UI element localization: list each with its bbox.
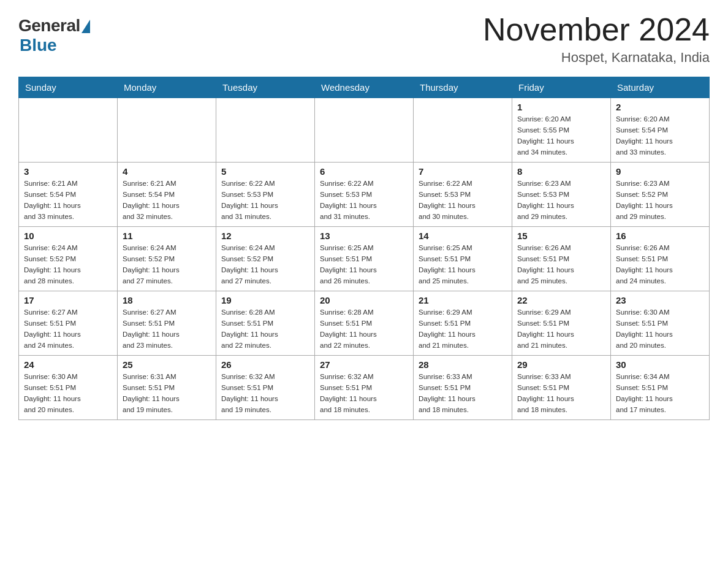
week-row-5: 24Sunrise: 6:30 AMSunset: 5:51 PMDayligh… [19,356,710,420]
week-row-1: 1Sunrise: 6:20 AMSunset: 5:55 PMDaylight… [19,98,710,163]
calendar-cell: 18Sunrise: 6:27 AMSunset: 5:51 PMDayligh… [118,291,216,356]
day-info: Sunrise: 6:26 AMSunset: 5:51 PMDaylight:… [517,243,605,286]
calendar-cell: 9Sunrise: 6:23 AMSunset: 5:52 PMDaylight… [611,163,710,227]
day-info: Sunrise: 6:24 AMSunset: 5:52 PMDaylight:… [123,243,211,286]
calendar-cell: 2Sunrise: 6:20 AMSunset: 5:54 PMDaylight… [611,98,710,163]
day-number: 27 [320,359,408,370]
day-info: Sunrise: 6:22 AMSunset: 5:53 PMDaylight:… [320,178,408,222]
calendar-cell: 19Sunrise: 6:28 AMSunset: 5:51 PMDayligh… [216,291,315,356]
day-number: 24 [24,359,112,370]
weekday-header-sunday: Sunday [19,77,118,98]
day-info: Sunrise: 6:27 AMSunset: 5:51 PMDaylight:… [123,307,211,351]
day-number: 14 [419,231,507,241]
day-number: 22 [517,295,605,305]
day-number: 20 [320,295,408,305]
calendar-cell: 29Sunrise: 6:33 AMSunset: 5:51 PMDayligh… [512,356,611,420]
day-info: Sunrise: 6:23 AMSunset: 5:53 PMDaylight:… [517,178,605,222]
day-info: Sunrise: 6:34 AMSunset: 5:51 PMDaylight:… [616,372,704,415]
day-number: 2 [616,102,704,112]
weekday-header-saturday: Saturday [611,77,710,98]
day-number: 19 [221,295,309,305]
day-info: Sunrise: 6:22 AMSunset: 5:53 PMDaylight:… [221,178,309,222]
week-row-2: 3Sunrise: 6:21 AMSunset: 5:54 PMDaylight… [19,163,710,227]
calendar-cell: 28Sunrise: 6:33 AMSunset: 5:51 PMDayligh… [414,356,512,420]
calendar-cell: 26Sunrise: 6:32 AMSunset: 5:51 PMDayligh… [216,356,315,420]
calendar-cell: 20Sunrise: 6:28 AMSunset: 5:51 PMDayligh… [315,291,414,356]
calendar-cell [315,98,414,163]
day-info: Sunrise: 6:23 AMSunset: 5:52 PMDaylight:… [616,178,704,222]
day-number: 3 [24,166,112,177]
day-info: Sunrise: 6:24 AMSunset: 5:52 PMDaylight:… [221,243,309,286]
day-number: 1 [517,102,605,112]
calendar-cell: 10Sunrise: 6:24 AMSunset: 5:52 PMDayligh… [19,227,118,291]
calendar-cell: 25Sunrise: 6:31 AMSunset: 5:51 PMDayligh… [118,356,216,420]
day-number: 30 [616,359,704,370]
day-info: Sunrise: 6:28 AMSunset: 5:51 PMDaylight:… [221,307,309,351]
logo-blue-text: Blue [20,36,57,55]
calendar-cell: 8Sunrise: 6:23 AMSunset: 5:53 PMDaylight… [512,163,611,227]
day-number: 26 [221,359,309,370]
day-number: 17 [24,295,112,305]
week-row-3: 10Sunrise: 6:24 AMSunset: 5:52 PMDayligh… [19,227,710,291]
day-info: Sunrise: 6:27 AMSunset: 5:51 PMDaylight:… [24,307,112,351]
calendar-cell: 4Sunrise: 6:21 AMSunset: 5:54 PMDaylight… [118,163,216,227]
calendar-cell [216,98,315,163]
day-info: Sunrise: 6:31 AMSunset: 5:51 PMDaylight:… [123,372,211,415]
day-info: Sunrise: 6:20 AMSunset: 5:54 PMDaylight:… [616,114,704,158]
day-info: Sunrise: 6:30 AMSunset: 5:51 PMDaylight:… [24,372,112,415]
day-info: Sunrise: 6:32 AMSunset: 5:51 PMDaylight:… [221,372,309,415]
calendar-cell [414,98,512,163]
day-info: Sunrise: 6:21 AMSunset: 5:54 PMDaylight:… [24,178,112,222]
day-number: 18 [123,295,211,305]
day-number: 12 [221,231,309,241]
day-info: Sunrise: 6:25 AMSunset: 5:51 PMDaylight:… [419,243,507,286]
day-info: Sunrise: 6:29 AMSunset: 5:51 PMDaylight:… [419,307,507,351]
day-number: 13 [320,231,408,241]
calendar-cell: 30Sunrise: 6:34 AMSunset: 5:51 PMDayligh… [611,356,710,420]
day-number: 29 [517,359,605,370]
weekday-header-tuesday: Tuesday [216,77,315,98]
weekday-header-wednesday: Wednesday [315,77,414,98]
calendar-cell: 1Sunrise: 6:20 AMSunset: 5:55 PMDaylight… [512,98,611,163]
calendar-cell: 21Sunrise: 6:29 AMSunset: 5:51 PMDayligh… [414,291,512,356]
calendar-cell: 27Sunrise: 6:32 AMSunset: 5:51 PMDayligh… [315,356,414,420]
day-number: 10 [24,231,112,241]
day-info: Sunrise: 6:33 AMSunset: 5:51 PMDaylight:… [517,372,605,415]
calendar-cell [118,98,216,163]
logo-general-text: General [18,16,80,36]
calendar-cell: 14Sunrise: 6:25 AMSunset: 5:51 PMDayligh… [414,227,512,291]
day-number: 15 [517,231,605,241]
calendar-cell: 22Sunrise: 6:29 AMSunset: 5:51 PMDayligh… [512,291,611,356]
calendar-cell: 23Sunrise: 6:30 AMSunset: 5:51 PMDayligh… [611,291,710,356]
day-number: 5 [221,166,309,177]
day-number: 8 [517,166,605,177]
day-info: Sunrise: 6:29 AMSunset: 5:51 PMDaylight:… [517,307,605,351]
weekday-header-monday: Monday [118,77,216,98]
day-info: Sunrise: 6:20 AMSunset: 5:55 PMDaylight:… [517,114,605,158]
calendar-table: SundayMondayTuesdayWednesdayThursdayFrid… [18,77,710,420]
month-title: November 2024 [483,12,710,47]
calendar-cell: 12Sunrise: 6:24 AMSunset: 5:52 PMDayligh… [216,227,315,291]
day-number: 7 [419,166,507,177]
day-number: 28 [419,359,507,370]
calendar-cell: 6Sunrise: 6:22 AMSunset: 5:53 PMDaylight… [315,163,414,227]
weekday-header-friday: Friday [512,77,611,98]
week-row-4: 17Sunrise: 6:27 AMSunset: 5:51 PMDayligh… [19,291,710,356]
calendar-cell: 11Sunrise: 6:24 AMSunset: 5:52 PMDayligh… [118,227,216,291]
day-number: 9 [616,166,704,177]
day-number: 11 [123,231,211,241]
calendar-header-row: SundayMondayTuesdayWednesdayThursdayFrid… [19,77,710,98]
day-number: 16 [616,231,704,241]
calendar-cell: 24Sunrise: 6:30 AMSunset: 5:51 PMDayligh… [19,356,118,420]
calendar-cell: 16Sunrise: 6:26 AMSunset: 5:51 PMDayligh… [611,227,710,291]
title-block: November 2024 Hospet, Karnataka, India [483,12,710,66]
calendar-cell: 17Sunrise: 6:27 AMSunset: 5:51 PMDayligh… [19,291,118,356]
day-info: Sunrise: 6:32 AMSunset: 5:51 PMDaylight:… [320,372,408,415]
calendar-cell [19,98,118,163]
day-info: Sunrise: 6:22 AMSunset: 5:53 PMDaylight:… [419,178,507,222]
logo-triangle-icon [82,20,90,33]
day-number: 23 [616,295,704,305]
page-header: General Blue November 2024 Hospet, Karna… [18,12,710,66]
day-number: 6 [320,166,408,177]
day-info: Sunrise: 6:30 AMSunset: 5:51 PMDaylight:… [616,307,704,351]
